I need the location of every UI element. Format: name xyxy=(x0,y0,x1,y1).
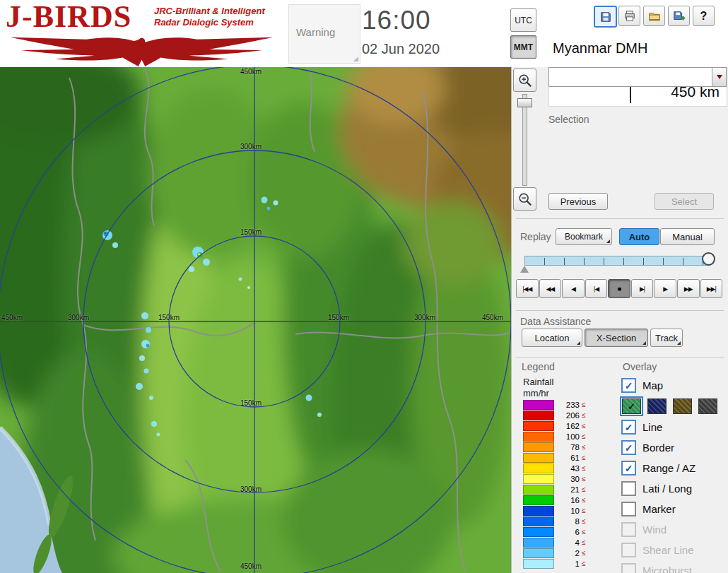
legend-threshold-link[interactable]: ≤ xyxy=(582,549,586,557)
timeline-start-marker-icon[interactable] xyxy=(520,266,529,273)
transport-button[interactable]: ◀◀ xyxy=(539,279,562,298)
previous-button[interactable]: Previous xyxy=(548,193,608,210)
dropdown-arrow-button[interactable] xyxy=(712,68,726,86)
overlay-label: Marker xyxy=(642,503,676,515)
overlay-label: Map xyxy=(642,379,663,391)
legend-threshold-link[interactable]: ≤ xyxy=(582,538,586,546)
transport-button[interactable]: ▶▶| xyxy=(700,279,723,298)
legend-value: 8 xyxy=(558,517,580,526)
overlay-item[interactable]: Shear Line xyxy=(621,540,727,560)
overlay-item[interactable]: Lati / Long xyxy=(621,478,727,499)
import-button[interactable] xyxy=(668,6,690,26)
legend-row: 30 ≤ xyxy=(523,473,586,484)
checkbox-icon[interactable] xyxy=(621,481,636,496)
overlay-item[interactable]: Wind xyxy=(621,519,727,540)
legend-value: 10 xyxy=(558,507,580,515)
utc-button[interactable]: UTC xyxy=(510,8,536,32)
map-style-swatch[interactable] xyxy=(622,398,641,414)
resize-grip-icon[interactable] xyxy=(353,57,358,61)
legend-unit-line1: Rainfall xyxy=(523,377,553,388)
checkbox-icon[interactable] xyxy=(621,378,636,393)
legend-threshold-link[interactable]: ≤ xyxy=(582,507,586,514)
auto-button[interactable]: Auto xyxy=(619,228,659,245)
legend-threshold-link[interactable]: ≤ xyxy=(582,432,586,440)
overlay-item[interactable]: Range / AZ xyxy=(621,458,727,478)
legend-threshold-link[interactable]: ≤ xyxy=(582,464,586,472)
legend-row: 10 ≤ xyxy=(523,505,586,516)
selection-dropdown[interactable] xyxy=(548,67,727,87)
checkbox-icon[interactable] xyxy=(621,543,636,557)
legend-threshold-link[interactable]: ≤ xyxy=(582,485,586,493)
select-button[interactable]: Select xyxy=(654,193,714,210)
transport-button[interactable]: |◀ xyxy=(585,279,608,298)
help-button[interactable]: ? xyxy=(693,6,715,26)
checkbox-icon[interactable] xyxy=(621,522,636,537)
save-button[interactable] xyxy=(594,6,617,28)
checkbox-icon[interactable] xyxy=(621,502,636,516)
data-assistance-button[interactable]: Track xyxy=(650,329,683,347)
map-style-swatch[interactable] xyxy=(673,398,692,414)
transport-button[interactable]: ■ xyxy=(608,279,630,298)
range-ring-label: 450km xyxy=(240,562,262,570)
open-folder-button[interactable] xyxy=(643,6,665,26)
zoom-in-icon xyxy=(517,73,533,88)
legend-value: 43 xyxy=(558,464,580,473)
legend-row: 61 ≤ xyxy=(523,452,586,463)
bookmark-button[interactable]: Bookmark xyxy=(556,228,612,245)
legend-row: 100 ≤ xyxy=(523,431,586,442)
zoom-in-button[interactable] xyxy=(513,69,536,92)
legend-threshold-link[interactable]: ≤ xyxy=(582,454,586,461)
manual-button[interactable]: Manual xyxy=(660,228,715,245)
legend-threshold-link[interactable]: ≤ xyxy=(582,401,586,408)
mmt-button[interactable]: MMT xyxy=(510,35,536,59)
overlay-item[interactable]: Marker xyxy=(621,499,727,519)
transport-button[interactable]: ▶▶ xyxy=(677,279,700,298)
legend-value: 61 xyxy=(558,454,580,462)
map-style-swatch[interactable] xyxy=(647,398,667,414)
overlay-item-map[interactable]: Map xyxy=(621,375,727,396)
zoom-slider-thumb[interactable] xyxy=(517,98,532,107)
radar-map[interactable]: 450km 300km 150km 150km 300km 450km 450k… xyxy=(0,67,511,573)
data-assistance-button[interactable]: Location xyxy=(522,329,582,347)
legend-threshold-link[interactable]: ≤ xyxy=(582,560,586,567)
transport-button[interactable]: ◀ xyxy=(562,279,585,298)
legend-color-swatch xyxy=(523,400,554,410)
control-panel: Range 450 km Selection Mandalay Surface … xyxy=(511,67,728,573)
data-assistance-label: Data Assistance xyxy=(520,316,591,327)
overlay-label: Shear Line xyxy=(642,544,694,556)
range-ring-label: 300km xyxy=(240,143,262,150)
map-style-swatch[interactable] xyxy=(698,398,717,414)
range-ring-label: 150km xyxy=(240,228,262,236)
transport-button[interactable]: ▶ xyxy=(654,279,676,298)
warning-panel[interactable]: Warning xyxy=(288,4,360,64)
replay-timeline-handle[interactable] xyxy=(702,252,715,266)
legend-threshold-link[interactable]: ≤ xyxy=(582,496,586,504)
overlay-title: Overlay xyxy=(623,361,657,372)
replay-timeline-track[interactable] xyxy=(524,256,711,266)
zoom-slider-track[interactable] xyxy=(522,94,527,186)
range-ring-label: 300km xyxy=(240,485,262,493)
checkbox-icon[interactable] xyxy=(621,420,636,435)
transport-button[interactable]: |◀◀ xyxy=(516,279,539,298)
data-assistance-button[interactable]: X-Section xyxy=(585,329,648,347)
legend-value: 2 xyxy=(558,549,580,557)
overlay-item[interactable]: Line xyxy=(621,417,727,437)
zoom-out-button[interactable] xyxy=(513,187,536,211)
legend-threshold-link[interactable]: ≤ xyxy=(582,517,586,525)
legend-threshold-link[interactable]: ≤ xyxy=(582,528,586,536)
overlay-item[interactable]: Border xyxy=(621,437,727,458)
legend-color-swatch xyxy=(523,538,554,548)
legend-threshold-link[interactable]: ≤ xyxy=(582,411,586,419)
transport-button[interactable]: ▶| xyxy=(631,279,654,298)
legend-threshold-link[interactable]: ≤ xyxy=(582,422,586,430)
legend-threshold-link[interactable]: ≤ xyxy=(582,443,586,451)
overlay-item[interactable]: Microburst xyxy=(621,560,727,573)
legend-color-swatch xyxy=(523,410,554,420)
checkbox-icon[interactable] xyxy=(621,461,636,475)
checkbox-icon[interactable] xyxy=(621,563,636,573)
checkbox-icon[interactable] xyxy=(621,440,636,455)
print-button[interactable] xyxy=(618,6,640,26)
legend-row: 6 ≤ xyxy=(523,526,586,537)
legend-threshold-link[interactable]: ≤ xyxy=(582,475,586,483)
logo-tagline: JRC-Brilliant & Intelligent Radar Dialog… xyxy=(154,6,265,28)
